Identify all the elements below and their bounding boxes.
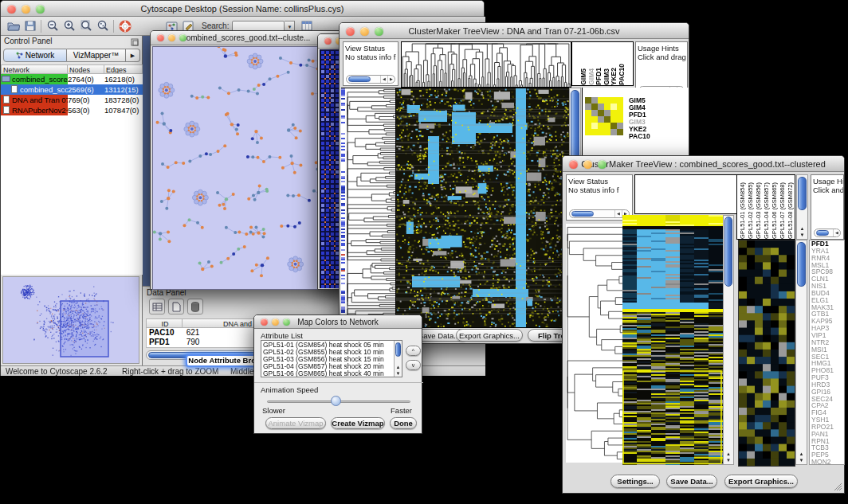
float-panel-icon[interactable]	[131, 38, 139, 46]
matrix-cell[interactable]	[591, 123, 598, 129]
network-overview-canvas[interactable]	[2, 276, 139, 364]
matrix-cell[interactable]	[617, 116, 623, 123]
network-list-row[interactable]: DNA and Tran 07769(0)183728(0)	[1, 95, 143, 105]
matrix-cell[interactable]	[598, 97, 604, 104]
animate-vizmap-button[interactable]: Animate Vizmap	[265, 417, 326, 429]
matrix-cell[interactable]	[617, 123, 623, 129]
matrix-cell[interactable]	[610, 110, 617, 116]
matrix-cell[interactable]	[617, 110, 623, 116]
tv1-status-scrollbar[interactable]: ◀▶	[346, 75, 395, 84]
treeview1-titlebar[interactable]: ClusterMaker TreeView : DNA and Tran 07-…	[340, 23, 689, 39]
zoom-out-button[interactable]	[44, 18, 61, 33]
matrix-cell[interactable]	[604, 116, 610, 123]
tab-overflow-button[interactable]: ▶	[126, 49, 140, 62]
help-button[interactable]	[116, 18, 133, 33]
matrix-cell[interactable]	[610, 129, 617, 135]
matrix-cell[interactable]	[598, 116, 604, 123]
minimize-button[interactable]	[168, 34, 175, 41]
tab-vizmapper[interactable]: VizMapper™	[67, 49, 126, 62]
done-button[interactable]: Done	[390, 417, 417, 429]
delete-attribute-button[interactable]	[187, 299, 203, 315]
tv2-zoom-heatmap-canvas[interactable]	[738, 240, 795, 467]
network-list-row[interactable]: combined_scores_2764(0)16218(0)	[1, 74, 143, 84]
zoom-button[interactable]	[36, 5, 45, 14]
attribute-list[interactable]: GPL51-01 (GSM854) heat shock 05 minGPL51…	[261, 340, 402, 377]
tv2-row-dendrogram[interactable]	[566, 224, 623, 463]
matrix-cell[interactable]	[591, 116, 598, 123]
tv1-row-dendrogram[interactable]	[341, 88, 395, 328]
matrix-cell[interactable]	[591, 129, 598, 135]
close-button[interactable]	[261, 318, 268, 326]
save-session-button[interactable]	[22, 18, 38, 33]
matrix-cell[interactable]	[610, 116, 617, 123]
close-button[interactable]	[346, 27, 355, 36]
matrix-cell[interactable]	[591, 110, 598, 116]
tv2-settings-button[interactable]: Settings...	[610, 475, 660, 488]
matrix-cell[interactable]	[610, 104, 617, 110]
matrix-cell[interactable]	[604, 110, 610, 116]
tv2-labels-scrollbar[interactable]: ▲▼	[796, 174, 808, 240]
tv2-hints-scrollbar[interactable]: ◀	[814, 229, 841, 237]
tv1-export-graphics-button[interactable]: Export Graphics...	[456, 329, 523, 342]
close-button[interactable]	[324, 37, 332, 45]
move-up-button[interactable]: ^	[406, 346, 421, 356]
matrix-cell[interactable]	[585, 104, 591, 110]
minimize-button[interactable]	[22, 5, 30, 14]
minimize-button[interactable]	[583, 160, 592, 169]
network-list-row[interactable]: combined_sco2569(6)13112(15)	[1, 84, 143, 95]
matrix-cell[interactable]	[591, 104, 598, 110]
header-nodes[interactable]: Nodes	[68, 64, 104, 74]
tv2-zoom-scrollbar[interactable]: ▲▼	[795, 240, 807, 465]
matrix-cell[interactable]	[604, 104, 610, 110]
matrix-cell[interactable]	[598, 110, 604, 116]
network-view-titlebar[interactable]: combined_scores_good.txt--cluste...	[151, 31, 342, 45]
table-mode-button[interactable]	[149, 299, 165, 315]
matrix-cell[interactable]	[598, 129, 604, 135]
close-button[interactable]	[569, 160, 578, 169]
matrix-cell[interactable]	[585, 129, 591, 135]
tab-network[interactable]: Network	[3, 49, 67, 62]
matrix-cell[interactable]	[617, 97, 623, 104]
tv2-save-data-button[interactable]: Save Data...	[666, 475, 717, 488]
minimize-button[interactable]	[272, 318, 279, 326]
network-graph-canvas[interactable]	[152, 46, 342, 290]
dialog-titlebar[interactable]: Map Colors to Network	[254, 315, 422, 329]
zoom-in-button[interactable]	[61, 18, 77, 33]
resize-grip[interactable]	[833, 482, 842, 491]
move-down-button[interactable]: v	[406, 360, 421, 370]
zoom-button[interactable]	[179, 34, 186, 41]
tv2-status-scrollbar[interactable]: ◀▶	[569, 209, 630, 218]
matrix-cell[interactable]	[617, 104, 623, 110]
new-attribute-button[interactable]	[168, 299, 184, 315]
tv1-heatmap-canvas[interactable]	[395, 88, 570, 328]
close-button[interactable]	[7, 5, 16, 14]
minimize-button[interactable]	[360, 27, 369, 36]
zoom-button[interactable]	[283, 318, 290, 326]
main-titlebar[interactable]: Cytoscape Desktop (Session Name: collins…	[1, 1, 484, 17]
speed-slider-thumb[interactable]	[331, 396, 341, 406]
zoom-button[interactable]	[375, 27, 383, 36]
zoom-fit-button[interactable]	[77, 18, 94, 33]
matrix-cell[interactable]	[585, 97, 591, 104]
create-vizmap-button[interactable]: Create Vizmap	[331, 417, 385, 429]
matrix-cell[interactable]	[598, 123, 604, 129]
zoom-selected-button[interactable]	[94, 18, 111, 33]
tv1-column-dendrogram[interactable]	[401, 41, 571, 88]
matrix-cell[interactable]	[604, 97, 610, 104]
matrix-cell[interactable]	[617, 129, 623, 135]
matrix-cell[interactable]	[585, 123, 591, 129]
close-button[interactable]	[157, 34, 164, 41]
tv1-correlation-matrix[interactable]	[585, 97, 623, 135]
matrix-cell[interactable]	[604, 123, 610, 129]
network-list-row[interactable]: RNAPuberNov2+563(0)107847(0)	[1, 105, 143, 115]
tv2-heatmap-canvas[interactable]	[622, 215, 723, 465]
matrix-cell[interactable]	[585, 110, 591, 116]
zoom-button[interactable]	[598, 160, 607, 169]
tv2-heatmap-scrollbar[interactable]: ▲▼	[723, 215, 734, 465]
open-session-button[interactable]	[5, 18, 22, 33]
header-id[interactable]: ID	[146, 318, 183, 328]
matrix-cell[interactable]	[585, 116, 591, 123]
attribute-list-scrollbar[interactable]: ▲▼	[394, 341, 402, 377]
treeview2-titlebar[interactable]: ClusterMaker TreeView : combined_scores_…	[563, 156, 844, 172]
matrix-cell[interactable]	[591, 97, 598, 104]
